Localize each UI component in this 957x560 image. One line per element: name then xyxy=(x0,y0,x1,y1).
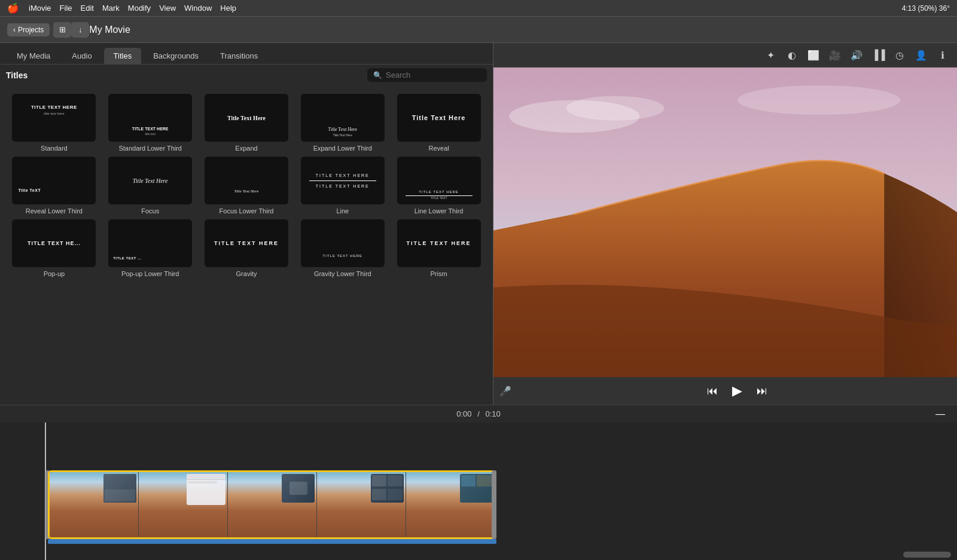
timeline-header: 0:00 / 0:10 — xyxy=(0,405,957,423)
title-tile-prism[interactable]: TITLE TEXT HERE Prism xyxy=(393,219,484,277)
menu-edit[interactable]: Edit xyxy=(81,4,94,13)
tile-label-expand: Expand xyxy=(235,145,257,152)
menu-help[interactable]: Help xyxy=(220,4,236,13)
dune-image xyxy=(493,68,957,377)
menu-modify[interactable]: Modify xyxy=(128,4,151,13)
tile-label-standard-lower: Standard Lower Third xyxy=(118,145,182,152)
download-button[interactable]: ↓ xyxy=(71,22,89,38)
timeline-clip-4[interactable] xyxy=(317,472,406,537)
title-tile-reveal-lower[interactable]: Title TeXT Reveal Lower Third xyxy=(8,157,100,215)
timeline-clip-1[interactable] xyxy=(50,472,139,537)
fast-forward-button[interactable]: ⏭ xyxy=(757,385,767,397)
tile-label-line: Line xyxy=(336,207,349,215)
movie-title: My Movie xyxy=(89,25,130,35)
time-display: 0:00 / 0:10 xyxy=(7,409,950,418)
time-current: 0:00 xyxy=(456,409,471,418)
tile-label-focus: Focus xyxy=(141,207,159,215)
title-tile-focus-lower[interactable]: Title Text Here Focus Lower Third xyxy=(201,157,292,215)
title-tile-standard-lower[interactable]: TITLE TEXT HERE title text Standard Lowe… xyxy=(105,94,196,152)
camera-button[interactable]: 🎥 xyxy=(827,47,843,63)
browser-panel: My Media Audio Titles Backgrounds Transi… xyxy=(0,43,493,405)
browser-content: TITLE TEXT HERE title text here Standard… xyxy=(0,88,493,405)
timeline-clip-5[interactable] xyxy=(406,472,495,537)
audio-button[interactable]: 🔊 xyxy=(848,47,865,63)
tile-label-standard: Standard xyxy=(41,145,68,152)
search-box[interactable]: 🔍 xyxy=(367,68,487,82)
title-tile-expand[interactable]: Title Text Here Expand xyxy=(201,94,292,152)
tab-transitions[interactable]: Transitions xyxy=(211,48,267,64)
tile-label-popup-lower: Pop-up Lower Third xyxy=(121,270,179,277)
title-tile-gravity-lower[interactable]: TITLE TEXT HERE Gravity Lower Third xyxy=(297,219,388,277)
back-button[interactable]: ‹ Projects xyxy=(7,23,50,36)
apple-menu[interactable]: 🍎 xyxy=(7,2,19,14)
title-tile-line[interactable]: TITLE TEXT HERE TITLE TEXT HERE Line xyxy=(297,157,388,215)
color-button[interactable]: ◐ xyxy=(784,47,800,63)
title-tile-popup[interactable]: TITLE TEXT HE... Pop-up xyxy=(8,219,100,277)
search-input[interactable] xyxy=(386,71,481,79)
tab-titles[interactable]: Titles xyxy=(104,48,142,64)
tab-audio[interactable]: Audio xyxy=(62,48,101,64)
title-tile-standard[interactable]: TITLE TEXT HERE title text here Standard xyxy=(8,94,100,152)
title-tile-gravity[interactable]: TITLE TEXT HERE Gravity xyxy=(201,219,292,277)
menu-mark[interactable]: Mark xyxy=(102,4,120,13)
time-total: 0:10 xyxy=(485,409,500,418)
tile-label-gravity-lower: Gravity Lower Third xyxy=(314,270,371,277)
title-tile-focus[interactable]: Title Text Here Focus xyxy=(105,157,196,215)
tab-bar: My Media Audio Titles Backgrounds Transi… xyxy=(0,43,493,65)
menu-battery: 4:13 (50%) 36° xyxy=(902,4,950,13)
play-button[interactable]: ▶ xyxy=(732,383,742,399)
crop-button[interactable]: ⬜ xyxy=(805,47,822,63)
tile-label-reveal-lower: Reveal Lower Third xyxy=(26,207,83,215)
svg-point-2 xyxy=(566,96,665,121)
timeline[interactable] xyxy=(0,423,957,560)
info-button[interactable]: ℹ xyxy=(934,47,951,63)
tab-backgrounds[interactable]: Backgrounds xyxy=(144,48,208,64)
video-preview xyxy=(493,68,957,377)
menu-bar: 🍎 iMovie File Edit Mark Modify View Wind… xyxy=(0,0,957,17)
timeline-handle-right[interactable] xyxy=(492,470,496,539)
preview-panel: ✦ ◐ ⬜ 🎥 🔊 ▐▐ ◷ 👤 ℹ xyxy=(493,43,957,405)
title-tile-line-lower[interactable]: TITLE TEXT HERE TITLE TEXT Line Lower Th… xyxy=(393,157,484,215)
preview-toolbar: ✦ ◐ ⬜ 🎥 🔊 ▐▐ ◷ 👤 ℹ xyxy=(493,43,957,68)
tile-label-gravity: Gravity xyxy=(236,270,257,277)
menu-file[interactable]: File xyxy=(60,4,72,13)
toolbar: ‹ Projects ⊞ ↓ My Movie xyxy=(0,17,957,43)
eq-button[interactable]: ▐▐ xyxy=(870,47,886,63)
person-button[interactable]: 👤 xyxy=(913,47,929,63)
timeline-clip-3[interactable] xyxy=(228,472,317,537)
title-tile-reveal[interactable]: Title Text Here Reveal xyxy=(393,94,484,152)
speed-button[interactable]: ◷ xyxy=(891,47,908,63)
menu-window[interactable]: Window xyxy=(184,4,212,13)
timeline-scroll-indicator: — xyxy=(935,409,945,420)
title-tile-expand-lower[interactable]: Title Text Here Title Text Here Expand L… xyxy=(297,94,388,152)
section-title: Titles xyxy=(6,71,28,80)
tile-label-focus-lower: Focus Lower Third xyxy=(220,207,274,215)
back-chevron-icon: ‹ xyxy=(13,26,16,34)
search-icon: 🔍 xyxy=(373,71,382,79)
back-label: Projects xyxy=(18,26,44,34)
tile-label-reveal: Reveal xyxy=(428,145,449,152)
playback-controls: 🎤 ⏮ ▶ ⏭ xyxy=(493,377,957,405)
titles-grid: TITLE TEXT HERE title text here Standard… xyxy=(6,94,487,277)
tile-label-line-lower: Line Lower Third xyxy=(415,207,464,215)
tile-label-expand-lower: Expand Lower Third xyxy=(313,145,372,152)
menu-view[interactable]: View xyxy=(159,4,176,13)
tab-my-media[interactable]: My Media xyxy=(7,48,60,64)
tile-label-prism: Prism xyxy=(431,270,447,277)
tile-label-popup: Pop-up xyxy=(44,270,65,277)
browser-header: Titles 🔍 xyxy=(0,65,493,88)
timeline-audio-bar xyxy=(48,539,496,544)
title-tile-popup-lower[interactable]: TITLE TEXT ... Pop-up Lower Third xyxy=(105,219,196,277)
rewind-button[interactable]: ⏮ xyxy=(707,385,718,397)
storyboard-button[interactable]: ⊞ xyxy=(53,22,71,38)
menu-imovie[interactable]: iMovie xyxy=(29,4,51,13)
timeline-clip-2[interactable] xyxy=(139,472,228,537)
wand-button[interactable]: ✦ xyxy=(762,47,779,63)
mic-button[interactable]: 🎤 xyxy=(499,385,511,397)
menu-right-icons: 4:13 (50%) 36° xyxy=(902,4,950,13)
timeline-scroll[interactable] xyxy=(903,552,951,558)
time-separator: / xyxy=(477,409,480,418)
svg-point-3 xyxy=(737,85,901,115)
timeline-track[interactable] xyxy=(48,470,496,539)
